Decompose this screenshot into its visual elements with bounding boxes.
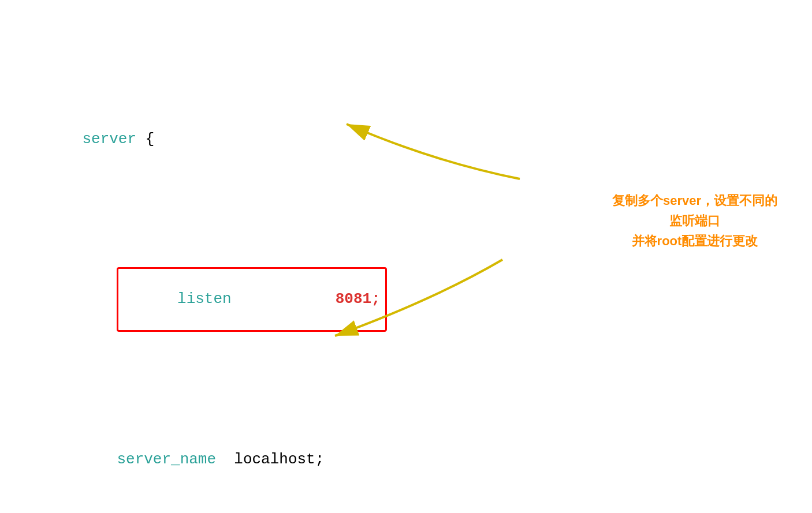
listen1-kw: listen — [177, 290, 232, 308]
server1-header: server { — [46, 104, 812, 174]
annotation-line1: 复制多个server，设置不同的 — [612, 193, 777, 208]
code-display: server { listen8081; server_name localho… — [46, 12, 812, 513]
annotation-line3: 并将root配置进行更改 — [632, 234, 758, 248]
annotation-line2: 监听端口 — [669, 214, 720, 228]
listen1-port: 8081; — [336, 290, 381, 308]
server1-listen: listen8081; — [81, 244, 812, 355]
annotation-text: 复制多个server，设置不同的 监听端口 并将root配置进行更改 — [612, 190, 777, 252]
server1-servername: server_name localhost; — [81, 425, 812, 495]
server1-kw: server — [82, 130, 136, 148]
